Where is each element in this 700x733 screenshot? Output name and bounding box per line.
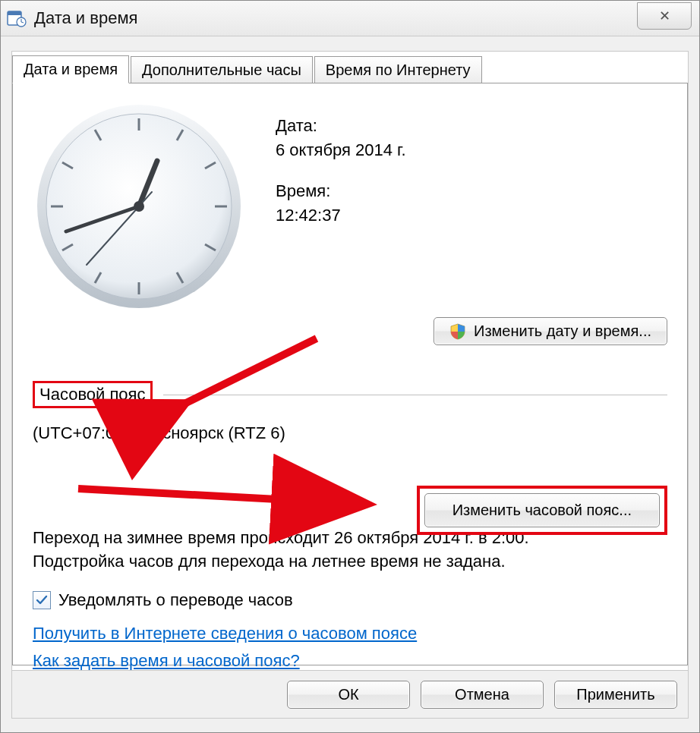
ok-button[interactable]: ОК — [287, 681, 410, 709]
close-button[interactable]: ✕ — [637, 2, 692, 30]
shield-icon — [449, 323, 466, 340]
change-datetime-button[interactable]: Изменить дату и время... — [434, 317, 667, 345]
client-area: Дата и время Дополнительные часы Время п… — [11, 51, 689, 719]
link-howto[interactable]: Как задать время и часовой пояс? — [33, 651, 300, 671]
notify-label: Уведомлять о переводе часов — [58, 590, 293, 610]
link-timezone-info[interactable]: Получить в Интернете сведения о часовом … — [33, 624, 417, 643]
analog-clock — [33, 100, 245, 313]
window-title: Дата и время — [34, 8, 137, 28]
datetime-icon — [7, 8, 27, 28]
change-datetime-label: Изменить дату и время... — [474, 322, 651, 340]
titlebar: Дата и время ✕ — [1, 1, 699, 36]
date-time-info: Дата: 6 октября 2014 г. Время: 12:42:37 — [276, 114, 406, 228]
cancel-button[interactable]: Отмена — [421, 681, 544, 709]
timezone-section-label: Часовой пояс — [33, 381, 153, 408]
timezone-current: (UTC+07:00) Красноярск (RTZ 6) — [33, 423, 667, 443]
tab-additional-clocks[interactable]: Дополнительные часы — [131, 56, 313, 83]
divider — [163, 395, 667, 395]
svg-point-24 — [134, 201, 144, 212]
svg-line-26 — [78, 489, 362, 504]
close-icon: ✕ — [659, 8, 670, 24]
notify-checkbox[interactable] — [33, 591, 51, 609]
annotation-arrow-2 — [74, 478, 377, 527]
tab-date-time[interactable]: Дата и время — [12, 55, 129, 83]
date-value: 6 октября 2014 г. — [276, 138, 406, 162]
dialog-button-bar: ОК Отмена Применить — [12, 670, 688, 718]
change-timezone-button[interactable]: Изменить часовой пояс... — [424, 493, 660, 527]
date-label: Дата: — [276, 114, 406, 138]
annotation-highlight-tz-button: Изменить часовой пояс... — [417, 486, 667, 535]
time-value: 12:42:37 — [276, 203, 406, 228]
svg-rect-1 — [8, 11, 21, 15]
tab-page-date-time: Дата: 6 октября 2014 г. Время: 12:42:37 … — [12, 83, 688, 665]
tab-strip: Дата и время Дополнительные часы Время п… — [12, 51, 688, 83]
apply-button[interactable]: Применить — [554, 681, 677, 709]
tab-internet-time[interactable]: Время по Интернету — [314, 56, 482, 83]
change-timezone-label: Изменить часовой пояс... — [452, 502, 632, 519]
time-label: Время: — [276, 179, 406, 203]
date-time-window: Дата и время ✕ Дата и время Дополнительн… — [0, 0, 700, 733]
